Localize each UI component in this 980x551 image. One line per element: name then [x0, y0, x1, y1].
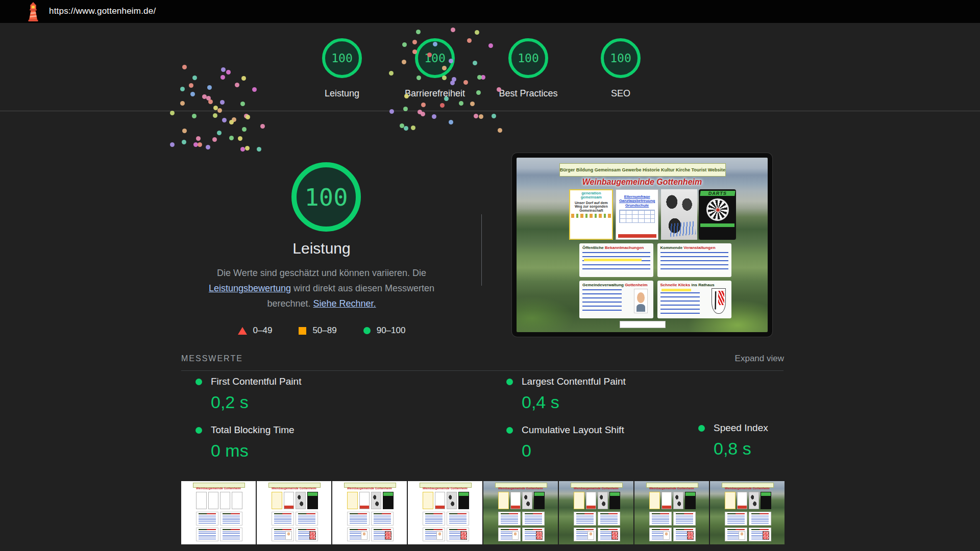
- metrics-heading: MESSWERTE: [181, 354, 243, 363]
- gauge-score: 100: [518, 52, 539, 65]
- metric-value: 0,4 s: [522, 392, 626, 412]
- highlighted-item: [584, 259, 642, 261]
- panel-gemeindeverwaltung: Gemeindeverwaltung Gottenheim: [579, 281, 653, 318]
- link-siehe-rechner[interactable]: Siehe Rechner.: [313, 298, 376, 309]
- portrait-photo: [634, 289, 648, 313]
- page-url: https://www.gottenheim.de/: [49, 6, 156, 16]
- filmstrip-frame: Weinbaugemeinde Gottenheim: [559, 481, 633, 544]
- gauge-ring: 100: [322, 38, 362, 78]
- panel-link-list: [660, 292, 700, 317]
- confetti-dot: [180, 101, 185, 106]
- confetti-dot: [242, 127, 247, 132]
- confetti-dot: [474, 114, 478, 118]
- pass-circle-icon: [506, 379, 513, 385]
- gauge-seo[interactable]: 100 SEO: [582, 38, 659, 99]
- poster-footer-strip: [700, 223, 735, 227]
- poster-heading: DARTS: [700, 191, 735, 196]
- gauge-label: SEO: [582, 88, 659, 99]
- gauge-barrierefreiheit[interactable]: 100 Barrierefreiheit: [397, 38, 473, 99]
- panel-schnelle-klicks: Schnelle Klicks ins Rathaus: [657, 281, 731, 318]
- confetti-dot: [222, 118, 227, 122]
- metric-largest-contentful-paint: Largest Contentful Paint 0,4 s: [506, 376, 626, 412]
- filmstrip-frame: Weinbaugemeinde Gottenheim: [257, 481, 331, 544]
- confetti-dot: [217, 108, 222, 113]
- site-footer-bar: [620, 321, 666, 328]
- filmstrip-frame: Weinbaugemeinde Gottenheim: [483, 481, 558, 544]
- performance-score-gauge[interactable]: 100: [291, 162, 361, 232]
- fail-triangle-icon: [238, 327, 247, 335]
- confetti-dot: [260, 124, 265, 129]
- metric-label: Total Blocking Time: [211, 424, 295, 436]
- poster-footer-strip: [618, 234, 656, 238]
- confetti-dot: [467, 38, 472, 43]
- link-leistungsbewertung[interactable]: Leistungsbewertung: [209, 283, 291, 293]
- confetti-dot: [442, 76, 447, 80]
- average-square-icon: [299, 327, 306, 335]
- dartboard-icon: [706, 198, 729, 221]
- confetti-dot: [442, 66, 447, 70]
- confetti-dot: [196, 136, 201, 141]
- confetti-dot: [229, 136, 234, 140]
- poster-table: [619, 210, 655, 223]
- filmstrip-frame: Weinbaugemeinde Gottenheim: [408, 481, 482, 544]
- confetti-dot: [421, 112, 425, 116]
- gauge-score: 100: [331, 52, 353, 65]
- metric-value: 0: [522, 441, 624, 461]
- confetti-dot: [213, 113, 217, 118]
- gauge-label: Leistung: [304, 88, 380, 99]
- site-title: Weinbaugemeinde Gottenheim: [517, 178, 768, 187]
- score-legend: 0–49 50–89 90–100: [206, 325, 437, 336]
- metric-cumulative-layout-shift: Cumulative Layout Shift 0: [506, 424, 624, 461]
- confetti-dot: [404, 94, 409, 98]
- confetti-dot: [459, 101, 463, 106]
- gauge-best-practices[interactable]: 100 Best Practices: [490, 38, 567, 99]
- confetti-dot: [170, 142, 175, 147]
- legend-range: 0–49: [253, 325, 273, 336]
- legend-item-pass: 90–100: [363, 325, 406, 336]
- legend-range: 50–89: [312, 325, 336, 336]
- description-text: Die Werte sind geschätzt und können vari…: [217, 268, 426, 278]
- pass-circle-icon: [506, 427, 513, 434]
- confetti-dot: [257, 147, 261, 152]
- metric-label: First Contentful Paint: [211, 376, 301, 387]
- confetti-dot: [432, 114, 436, 119]
- poster-text: Unser Dorf auf dem Weg zur sorgenden Gem…: [571, 201, 611, 213]
- panel-bekanntmachungen: Öffentliche Bekanntmachungen: [579, 243, 653, 278]
- confetti-dot: [416, 76, 421, 80]
- confetti-dot: [444, 96, 449, 101]
- panel-heading: Schnelle Klicks ins Rathaus: [660, 283, 728, 287]
- poster-script-text: [669, 221, 696, 237]
- confetti-dot: [440, 103, 445, 108]
- gauge-leistung[interactable]: 100 Leistung: [304, 38, 380, 99]
- confetti-dot: [498, 128, 502, 133]
- confetti-dot: [389, 71, 394, 76]
- coat-of-arms: [712, 288, 726, 314]
- confetti-dot: [497, 87, 501, 92]
- confetti-dot: [402, 60, 406, 64]
- lighthouse-icon: [22, 1, 44, 22]
- metric-label: Cumulative Layout Shift: [522, 424, 624, 436]
- confetti-dot: [241, 76, 246, 81]
- pass-circle-icon: [363, 327, 371, 334]
- confetti-dot: [208, 99, 213, 104]
- confetti-dot: [240, 102, 245, 106]
- confetti-dot: [449, 59, 453, 63]
- confetti-dot: [182, 129, 187, 133]
- confetti-dot: [463, 80, 468, 85]
- panel-link-list: [582, 252, 650, 273]
- confetti-dot: [451, 28, 455, 32]
- confetti-dot: [473, 61, 477, 65]
- legend-range: 90–100: [377, 325, 406, 336]
- filmstrip-frame: Weinbaugemeinde Gottenheim: [710, 481, 785, 544]
- expand-view-button[interactable]: Expand view: [718, 354, 784, 364]
- poster-collage: [661, 189, 697, 240]
- poster-generation-gemeinsam: generation gemeinsam Unser Dorf auf dem …: [569, 189, 613, 240]
- confetti-dot: [229, 120, 234, 124]
- poster-heading: Elternumfrage Ganztagsbetreuung Grundsch…: [617, 195, 657, 208]
- gauge-ring: 100: [601, 38, 641, 78]
- confetti-dot: [477, 75, 482, 80]
- confetti-dot: [192, 114, 197, 118]
- confetti-dot: [412, 40, 417, 44]
- confetti-dot: [492, 114, 496, 118]
- filmstrip-frame: Weinbaugemeinde Gottenheim: [181, 481, 256, 544]
